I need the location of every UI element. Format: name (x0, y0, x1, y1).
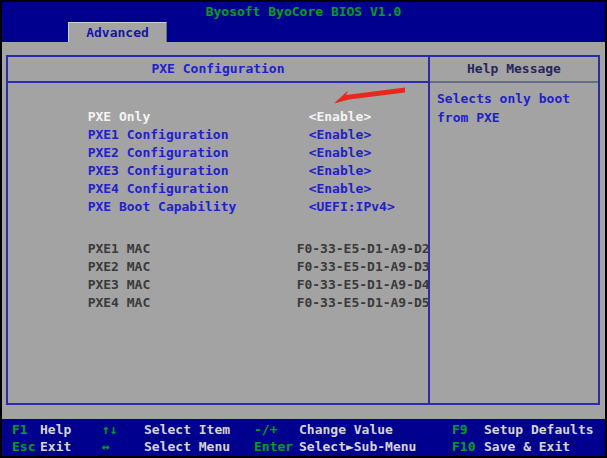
option-label: PXE4 Configuration (88, 180, 309, 198)
option-value: <Enable> (309, 108, 372, 126)
key-f10: F10 (452, 438, 475, 455)
option-label: PXE1 Configuration (88, 126, 309, 144)
key-f9-label: Setup Defaults (484, 421, 594, 438)
key-leftright-icon: ↔ (102, 438, 110, 455)
mac-label: PXE2 MAC (88, 258, 297, 276)
key-leftright-label: Select Menu (144, 438, 230, 455)
option-label: PXE Only (88, 108, 309, 126)
option-value: <Enable> (309, 162, 372, 180)
key-minus-plus-label: Change Value (299, 421, 393, 438)
mac-label: PXE3 MAC (88, 276, 297, 294)
option-value: <Enable> (309, 144, 372, 162)
pxe-configuration-panel: PXE Configuration PXE Only<Enable> PXE1 … (6, 55, 430, 405)
help-text: Selects only boot from PXE (430, 83, 598, 127)
option-value: <Enable> (309, 126, 372, 144)
mac-value: F0-33-E5-D1-A9-D5 (297, 294, 430, 312)
option-value: <Enable> (309, 180, 372, 198)
mac-value: F0-33-E5-D1-A9-D3 (297, 258, 430, 276)
option-label: PXE Boot Capability (88, 198, 309, 216)
key-f9: F9 (452, 421, 468, 438)
panel-title: PXE Configuration (8, 57, 428, 83)
key-f1-label: Help (40, 421, 71, 438)
hotkey-row-2: Esc Exit ↔ Select Menu Enter Select►Sub-… (2, 438, 605, 455)
mac-value: F0-33-E5-D1-A9-D4 (297, 276, 430, 294)
option-value: <UEFI:IPv4> (309, 198, 395, 216)
red-annotation-arrow-icon (333, 86, 406, 106)
tab-advanced[interactable]: Advanced (68, 22, 167, 43)
hotkey-bar: F1 Help ↑↓ Select Item -/+ Change Value … (2, 419, 605, 456)
key-updown-icon: ↑↓ (102, 421, 118, 438)
key-esc-label: Exit (40, 438, 71, 455)
content-area: PXE Configuration PXE Only<Enable> PXE1 … (2, 42, 605, 419)
key-enter: Enter (254, 438, 293, 455)
key-minus-plus: -/+ (254, 421, 277, 438)
key-f10-label: Save & Exit (484, 438, 570, 455)
help-panel-title: Help Message (430, 57, 598, 83)
bios-screen: { "titlebar": { "title": "Byosoft ByoCor… (0, 0, 607, 458)
option-label: PXE2 Configuration (88, 144, 309, 162)
key-f1: F1 (12, 421, 28, 438)
key-updown-label: Select Item (144, 421, 230, 438)
help-panel: Help Message Selects only boot from PXE (428, 55, 600, 405)
titlebar: Byosoft ByoCore BIOS V1.0 Advanced (2, 2, 605, 42)
bios-title: Byosoft ByoCore BIOS V1.0 (2, 4, 605, 19)
option-list: PXE Only<Enable> PXE1 Configuration<Enab… (8, 90, 428, 198)
key-esc: Esc (12, 438, 35, 455)
mac-value: F0-33-E5-D1-A9-D2 (297, 240, 430, 258)
option-label: PXE3 Configuration (88, 162, 309, 180)
mac-label: PXE1 MAC (88, 240, 297, 258)
key-enter-label: Select►Sub-Menu (299, 438, 416, 455)
mac-label: PXE4 MAC (88, 294, 297, 312)
hotkey-row-1: F1 Help ↑↓ Select Item -/+ Change Value … (2, 421, 605, 438)
